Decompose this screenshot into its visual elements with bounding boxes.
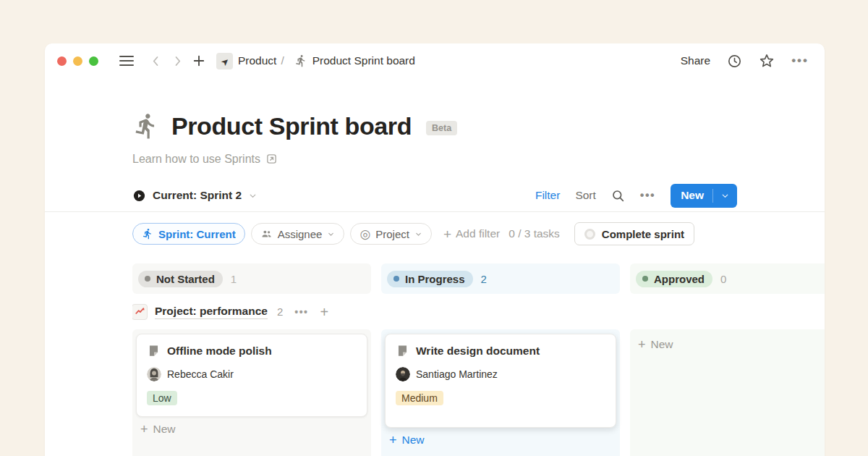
column-count: 2 <box>481 273 487 285</box>
column-header-in-progress: In Progress 2 <box>381 263 620 294</box>
card-title: Offline mode polish <box>167 345 272 358</box>
breadcrumb-page-runner-icon <box>294 54 307 67</box>
zoom-window-button[interactable] <box>89 56 98 66</box>
app-window: ➤ Product / Product Sprint board Share •… <box>45 43 825 456</box>
group-header: ▼ Project: performance 2 ••• + <box>132 294 825 329</box>
status-dot <box>145 276 150 282</box>
add-card-label: New <box>153 423 176 436</box>
assignee-filter-label: Assignee <box>278 228 323 240</box>
avatar <box>396 367 410 381</box>
tasks-progress: 0 / 3 tasks <box>509 227 560 240</box>
add-filter-button[interactable]: + Add filter <box>443 227 500 241</box>
sidebar-toggle-icon[interactable] <box>119 56 134 66</box>
card-assignee: Santiago Martinez <box>416 368 498 380</box>
people-icon <box>260 228 273 240</box>
new-page-icon[interactable] <box>190 52 208 69</box>
board-column-bodies: Offline mode polish Rebecca Cakir Low + … <box>132 329 825 456</box>
complete-sprint-button[interactable]: Complete sprint <box>574 222 694 245</box>
view-switcher-label: Current: Sprint 2 <box>153 189 242 202</box>
breadcrumb-root[interactable]: Product <box>238 54 276 67</box>
page-title[interactable]: Product Sprint board <box>171 112 412 140</box>
new-button-chevron-icon[interactable] <box>713 191 737 200</box>
sprint-filter-chip[interactable]: Sprint: Current <box>132 223 245 245</box>
breadcrumb-separator: / <box>281 54 284 67</box>
close-window-button[interactable] <box>57 56 67 66</box>
chart-increasing-icon <box>132 304 148 320</box>
sprint-filter-label: Sprint: Current <box>158 228 236 240</box>
column-count: 1 <box>231 273 237 285</box>
project-filter-label: Project <box>375 228 409 240</box>
forward-icon[interactable] <box>169 52 186 69</box>
sort-button[interactable]: Sort <box>575 189 595 202</box>
card-offline-mode-polish[interactable]: Offline mode polish Rebecca Cakir Low <box>136 334 367 417</box>
search-icon[interactable] <box>611 189 625 203</box>
column-header-approved: Approved 0 <box>630 263 825 294</box>
status-pill-not-started[interactable]: Not Started <box>138 271 223 287</box>
status-label: Not Started <box>156 273 215 285</box>
card-title: Write design document <box>416 345 540 358</box>
group-add-icon[interactable]: + <box>320 305 328 319</box>
view-toolbar: Current: Sprint 2 Filter Sort ••• New <box>45 182 825 208</box>
status-label: Approved <box>654 273 705 285</box>
page-runner-icon[interactable] <box>132 112 160 140</box>
favorite-star-icon[interactable] <box>759 53 775 69</box>
view-more-icon[interactable]: ••• <box>640 189 655 202</box>
group-count: 2 <box>277 305 283 318</box>
external-link-icon <box>265 153 278 165</box>
avatar <box>147 367 161 381</box>
add-card-button[interactable]: + New <box>385 428 616 452</box>
priority-tag: Low <box>147 391 177 405</box>
chevron-down-icon <box>248 191 258 200</box>
breadcrumb-product-icon: ➤ <box>216 53 233 69</box>
status-dot <box>642 276 648 282</box>
kanban-board: Not Started 1 In Progress 2 Approved 0 <box>132 245 825 456</box>
page-doc-icon <box>147 344 161 358</box>
share-button[interactable]: Share <box>681 54 710 67</box>
card-write-design-document[interactable]: Write design document Santiago Martinez … <box>385 334 616 428</box>
plus-icon: + <box>443 227 451 241</box>
help-link-label: Learn how to use Sprints <box>132 153 260 166</box>
breadcrumb-current[interactable]: Product Sprint board <box>312 54 415 67</box>
progress-ring-icon <box>584 229 595 240</box>
status-dot <box>393 276 399 282</box>
page-header: Product Sprint board Beta Learn how to u… <box>45 78 825 166</box>
group-label[interactable]: Project: performance <box>155 305 268 319</box>
toolbar-divider <box>45 211 825 212</box>
card-assignee: Rebecca Cakir <box>167 368 234 380</box>
status-pill-approved[interactable]: Approved <box>636 271 712 287</box>
add-card-button[interactable]: + New <box>634 332 825 357</box>
status-label: In Progress <box>405 273 465 285</box>
complete-sprint-label: Complete sprint <box>602 228 684 240</box>
filter-button[interactable]: Filter <box>535 189 560 202</box>
add-card-label: New <box>402 434 425 447</box>
minimize-window-button[interactable] <box>73 56 82 66</box>
status-pill-in-progress[interactable]: In Progress <box>387 271 473 287</box>
add-card-button[interactable]: + New <box>136 417 367 442</box>
sprint-play-icon <box>132 189 146 203</box>
traffic-lights <box>57 56 98 66</box>
history-clock-icon[interactable] <box>727 54 742 69</box>
column-in-progress: Write design document Santiago Martinez … <box>381 329 620 456</box>
assignee-filter-chip[interactable]: Assignee <box>251 223 345 245</box>
runner-icon <box>142 228 153 240</box>
beta-badge: Beta <box>426 121 457 135</box>
priority-tag: Medium <box>396 391 443 405</box>
filter-bar: Sprint: Current Assignee ◎ Project + Add… <box>45 223 825 245</box>
plus-icon: + <box>389 434 397 447</box>
add-filter-label: Add filter <box>456 227 500 240</box>
titlebar: ➤ Product / Product Sprint board Share •… <box>45 43 825 78</box>
target-icon: ◎ <box>359 228 370 240</box>
new-button[interactable]: New <box>671 184 737 208</box>
help-link[interactable]: Learn how to use Sprints <box>132 151 278 166</box>
column-approved: + New <box>630 329 825 456</box>
window-more-icon[interactable]: ••• <box>791 54 809 68</box>
column-count: 0 <box>720 273 726 285</box>
back-icon[interactable] <box>147 52 164 69</box>
plus-icon: + <box>638 338 646 351</box>
board-column-headers: Not Started 1 In Progress 2 Approved 0 <box>132 263 825 294</box>
page-doc-icon <box>396 344 409 358</box>
view-switcher[interactable]: Current: Sprint 2 <box>132 189 258 203</box>
column-header-not-started: Not Started 1 <box>132 263 371 294</box>
group-more-icon[interactable]: ••• <box>294 306 308 318</box>
project-filter-chip[interactable]: ◎ Project <box>350 223 432 245</box>
